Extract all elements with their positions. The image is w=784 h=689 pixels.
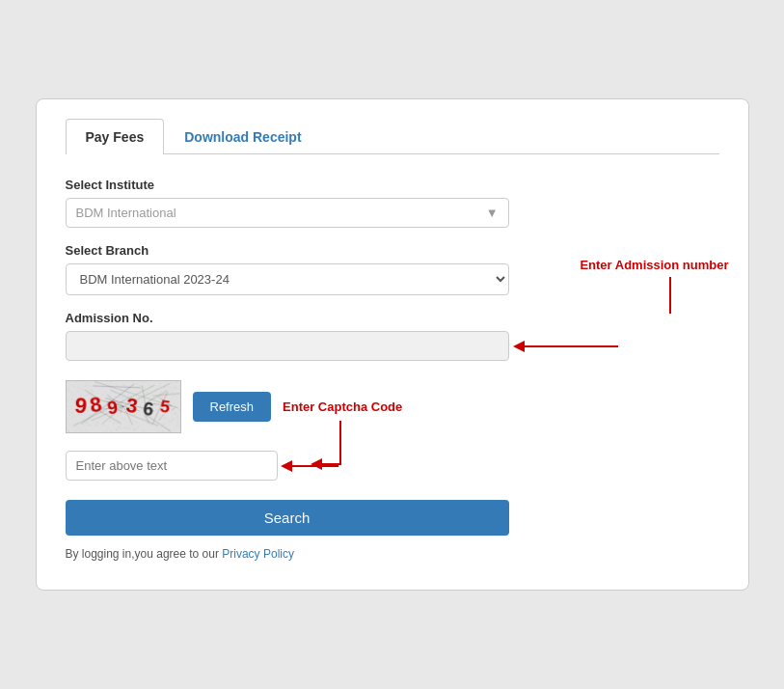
institute-value: BDM International (76, 206, 176, 220)
captcha-input-arrow (283, 456, 340, 476)
captcha-image (66, 380, 181, 433)
tab-download-receipt[interactable]: Download Receipt (164, 119, 321, 154)
main-card: Pay Fees Download Receipt Select Institu… (36, 98, 749, 591)
branch-label: Select Branch (66, 243, 719, 258)
institute-dropdown[interactable]: BDM International ▼ (66, 198, 509, 228)
search-button[interactable]: Search (66, 500, 509, 536)
captcha-section: Refresh Enter Captcha Code (66, 380, 719, 481)
branch-select[interactable]: BDM International 2023-24 (66, 263, 509, 295)
tab-pay-fees[interactable]: Pay Fees (66, 119, 165, 154)
captcha-input[interactable] (66, 451, 278, 481)
institute-label: Select Institute (66, 178, 719, 192)
institute-group: Select Institute BDM International ▼ (66, 178, 719, 228)
privacy-policy-link[interactable]: Privacy Policy (222, 547, 294, 561)
admission-annotation-line (669, 277, 671, 316)
refresh-button[interactable]: Refresh (193, 392, 272, 422)
tab-bar: Pay Fees Download Receipt (66, 119, 719, 154)
admission-arrow-icon (514, 332, 620, 361)
admission-input[interactable] (66, 331, 509, 361)
captcha-row: Refresh Enter Captcha Code (66, 380, 719, 433)
footer-text: By logging in,you agree to our Privacy P… (66, 547, 719, 561)
chevron-down-icon: ▼ (486, 206, 499, 220)
admission-group: Admission No. Enter Admission number (66, 311, 719, 361)
admission-label: Admission No. (66, 311, 719, 325)
admission-annotation: Enter Admission number (580, 258, 728, 272)
captcha-annotation: Enter Captcha Code (283, 400, 402, 414)
